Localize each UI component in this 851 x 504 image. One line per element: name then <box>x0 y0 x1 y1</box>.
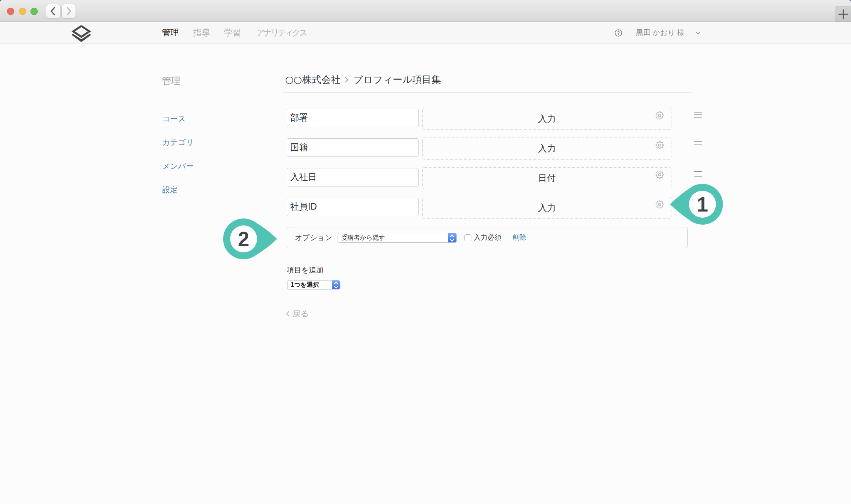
add-item-label: 項目を追加 <box>287 265 323 275</box>
dashed-border <box>422 138 671 160</box>
add-item-select[interactable]: 1つを選択 <box>287 280 340 289</box>
minimize-window-button[interactable] <box>19 8 26 15</box>
drag-handle-icon[interactable] <box>694 171 702 177</box>
drag-handle-icon[interactable] <box>694 141 702 148</box>
back-link-label: 戻る <box>293 308 309 319</box>
tab-teaching[interactable]: 指導 <box>193 22 210 43</box>
sidebar-item-settings[interactable]: 設定 <box>162 185 178 195</box>
field-name-input[interactable]: 部署 <box>287 109 419 127</box>
annotation-balloon-2: 2 <box>222 217 279 260</box>
tab-admin[interactable]: 管理 <box>162 22 179 43</box>
delete-link[interactable]: 削除 <box>513 227 526 248</box>
drag-handle-icon[interactable] <box>694 112 702 118</box>
help-icon[interactable]: ? <box>615 29 622 37</box>
field-type-dropzone[interactable]: 入力 <box>422 108 671 130</box>
options-panel: オプション 受講者から隠す 入力必須 削除 <box>287 227 688 248</box>
app-header: 管理 指導 学習 アナリティクス ? 黒田 かおり 様 <box>0 22 851 44</box>
options-label: オプション <box>295 227 332 248</box>
app-logo-layers-icon[interactable] <box>71 25 91 42</box>
annotation-number: 1 <box>697 193 708 216</box>
browser-window: 管理 指導 学習 アナリティクス ? 黒田 かおり 様 管理 コース カテゴリ … <box>0 0 851 504</box>
field-settings-gear-icon[interactable] <box>656 171 664 179</box>
divider <box>283 92 691 93</box>
plus-icon <box>838 9 849 20</box>
dashed-border <box>422 197 671 219</box>
chevron-left-icon <box>286 311 289 317</box>
field-name-input[interactable]: 国籍 <box>287 138 419 157</box>
user-menu[interactable]: 黒田 かおり 様 <box>636 22 684 43</box>
breadcrumb: ○○株式会社 プロフィール項目集 <box>285 74 441 84</box>
select-stepper-icon <box>332 281 340 289</box>
new-tab-button[interactable] <box>836 7 851 22</box>
field-type-dropzone[interactable]: 入力 <box>422 138 671 160</box>
field-name-input[interactable]: 社員ID <box>287 198 419 216</box>
dashed-border <box>422 167 671 189</box>
breadcrumb-separator-icon <box>345 77 348 83</box>
back-link[interactable]: 戻る <box>286 309 309 318</box>
forward-chevron-icon <box>62 4 76 18</box>
tab-analytics[interactable]: アナリティクス <box>256 22 306 43</box>
sidebar-title: 管理 <box>162 75 180 87</box>
tab-learning[interactable]: 学習 <box>224 22 241 43</box>
sidebar-item-categories[interactable]: カテゴリ <box>162 137 194 148</box>
breadcrumb-company[interactable]: ○○株式会社 <box>285 73 341 86</box>
breadcrumb-page: プロフィール項目集 <box>353 73 441 86</box>
browser-forward-button[interactable] <box>61 4 76 18</box>
browser-titlebar <box>0 0 851 22</box>
field-settings-gear-icon[interactable] <box>656 111 664 119</box>
annotation-number: 2 <box>238 228 249 250</box>
options-select[interactable]: 受講者から隠す <box>338 233 457 243</box>
back-chevron-icon <box>46 4 60 18</box>
browser-back-button[interactable] <box>46 4 61 18</box>
close-window-button[interactable] <box>7 8 14 15</box>
dashed-border <box>422 108 671 130</box>
select-stepper-icon <box>448 233 456 242</box>
zoom-window-button[interactable] <box>30 8 38 15</box>
chevron-down-icon <box>696 32 700 35</box>
field-settings-gear-icon[interactable] <box>656 141 664 149</box>
svg-text:?: ? <box>617 30 620 36</box>
field-type-dropzone[interactable]: 日付 <box>422 167 671 189</box>
sidebar-item-members[interactable]: メンバー <box>162 161 193 171</box>
required-checkbox[interactable] <box>464 234 471 241</box>
sidebar-item-courses[interactable]: コース <box>162 114 186 124</box>
field-name-input[interactable]: 入社日 <box>287 168 419 186</box>
annotation-balloon-1: 1 <box>669 183 724 225</box>
field-type-dropzone[interactable]: 入力 <box>422 197 671 219</box>
required-checkbox-label[interactable]: 入力必須 <box>474 227 501 248</box>
field-settings-gear-icon[interactable] <box>656 200 664 208</box>
